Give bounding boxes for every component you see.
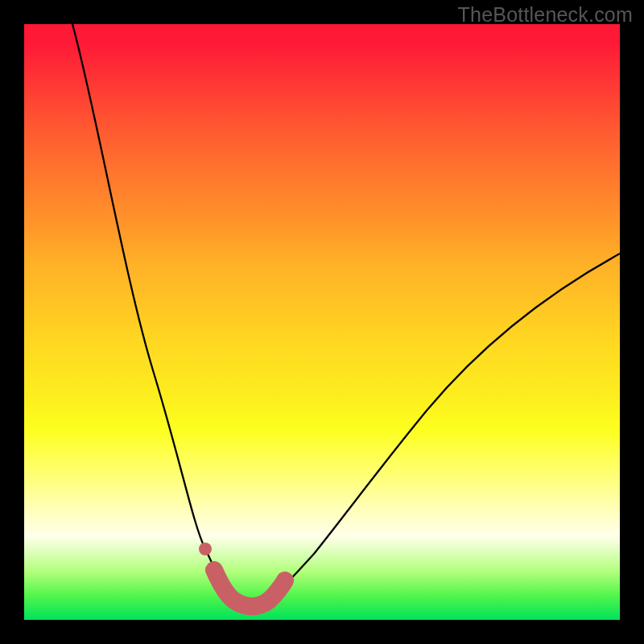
bottleneck-curve	[72, 24, 620, 605]
watermark-text: TheBottleneck.com	[458, 3, 633, 27]
chart-svg-layer	[24, 24, 620, 620]
optimal-zone-start-dot	[199, 543, 212, 555]
optimal-zone-band	[214, 570, 285, 606]
